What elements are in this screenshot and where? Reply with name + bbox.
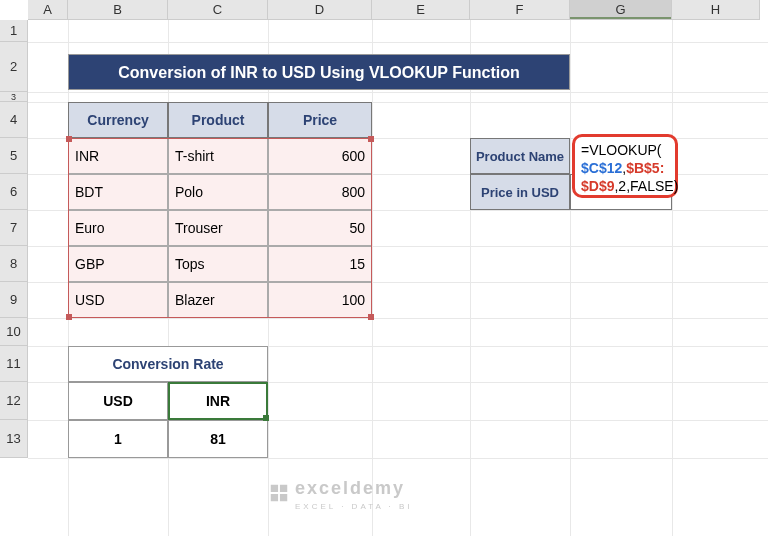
conversion-title[interactable]: Conversion Rate	[68, 346, 268, 382]
table-cell[interactable]: Trouser	[168, 210, 268, 246]
conversion-header-inr[interactable]: INR	[168, 382, 268, 420]
table-cell[interactable]: 15	[268, 246, 372, 282]
col-header-D[interactable]: D	[268, 0, 372, 20]
lookup-label-price[interactable]: Price in USD	[470, 174, 570, 210]
watermark-icon	[268, 482, 290, 504]
row-header-5[interactable]: 5	[0, 138, 28, 174]
row-header-4[interactable]: 4	[0, 102, 28, 138]
page-title: Conversion of INR to USD Using VLOOKUP F…	[68, 54, 570, 90]
watermark-tag: EXCEL · DATA · BI	[295, 502, 413, 511]
row-header-6[interactable]: 6	[0, 174, 28, 210]
col-header-E[interactable]: E	[372, 0, 470, 20]
formula-ref2a: $B$5:	[626, 160, 664, 176]
table-cell[interactable]: Polo	[168, 174, 268, 210]
table-cell[interactable]: USD	[68, 282, 168, 318]
col-header-C[interactable]: C	[168, 0, 268, 20]
formula-close: )	[674, 178, 679, 194]
conversion-value-inr[interactable]: 81	[168, 420, 268, 458]
col-header-F[interactable]: F	[470, 0, 570, 20]
row-header-1[interactable]: 1	[0, 20, 28, 42]
watermark-brand: exceldemy	[295, 478, 413, 499]
row-header-13[interactable]: 13	[0, 420, 28, 458]
row-header-12[interactable]: 12	[0, 382, 28, 420]
table-cell[interactable]: T-shirt	[168, 138, 268, 174]
row-header-2[interactable]: 2	[0, 42, 28, 92]
table-cell[interactable]: GBP	[68, 246, 168, 282]
row-header-8[interactable]: 8	[0, 246, 28, 282]
spreadsheet-grid: A B C D E F G H 1 2 3 4 5 6 7 8 9 10 11 …	[0, 0, 768, 536]
row-header-3[interactable]: 3	[0, 92, 28, 102]
conversion-header-usd[interactable]: USD	[68, 382, 168, 420]
table-header-price[interactable]: Price	[268, 102, 372, 138]
table-cell[interactable]: Tops	[168, 246, 268, 282]
col-header-G[interactable]: G	[570, 0, 672, 20]
lookup-label-product[interactable]: Product Name	[470, 138, 570, 174]
formula-text: =VLOOKUP(	[581, 142, 662, 158]
table-header-currency[interactable]: Currency	[68, 102, 168, 138]
table-header-product[interactable]: Product	[168, 102, 268, 138]
table-cell[interactable]: Euro	[68, 210, 168, 246]
table-cell[interactable]: 600	[268, 138, 372, 174]
row-header-11[interactable]: 11	[0, 346, 28, 382]
formula-ref2b: $D$9	[581, 178, 614, 194]
table-cell[interactable]: 800	[268, 174, 372, 210]
watermark: exceldemy EXCEL · DATA · BI	[295, 478, 413, 511]
col-header-A[interactable]: A	[28, 0, 68, 20]
table-cell[interactable]: 100	[268, 282, 372, 318]
conversion-value-usd[interactable]: 1	[68, 420, 168, 458]
col-header-H[interactable]: H	[672, 0, 760, 20]
formula-arg4: FALSE	[630, 178, 674, 194]
formula-arg3: 2	[618, 178, 626, 194]
col-header-B[interactable]: B	[68, 0, 168, 20]
table-cell[interactable]: Blazer	[168, 282, 268, 318]
row-header-10[interactable]: 10	[0, 318, 28, 346]
table-cell[interactable]: INR	[68, 138, 168, 174]
row-header-9[interactable]: 9	[0, 282, 28, 318]
formula-editor[interactable]: =VLOOKUP( $C$12,$B$5: $D$9,2,FALSE)	[572, 134, 678, 198]
formula-ref1: $C$12	[581, 160, 622, 176]
table-cell[interactable]: 50	[268, 210, 372, 246]
row-header-7[interactable]: 7	[0, 210, 28, 246]
table-cell[interactable]: BDT	[68, 174, 168, 210]
